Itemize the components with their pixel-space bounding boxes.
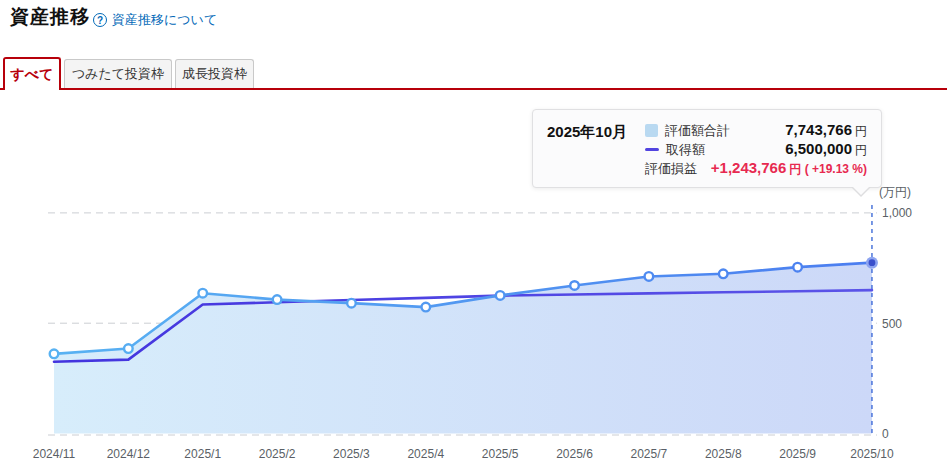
data-point-marker[interactable] (570, 281, 579, 290)
tab-underline (0, 88, 947, 90)
valuation-swatch (645, 124, 658, 137)
data-point-marker[interactable] (124, 344, 133, 353)
x-axis-labels: 2024/112024/122025/12025/22025/32025/420… (33, 447, 894, 461)
data-point-marker[interactable] (198, 289, 207, 298)
data-point-marker[interactable] (719, 269, 728, 278)
profit-loss-label: 評価損益 (645, 160, 697, 178)
x-axis-tick-label: 2025/4 (407, 447, 444, 461)
data-point-marker[interactable] (793, 263, 802, 272)
data-point-marker[interactable] (496, 291, 505, 300)
acquisition-value: 6,500,000円 (785, 140, 867, 159)
data-point-marker[interactable] (50, 350, 59, 359)
data-point-marker[interactable] (347, 299, 356, 308)
data-point-marker[interactable] (273, 295, 282, 304)
page-title: 資産推移 (10, 4, 90, 30)
x-axis-tick-label: 2025/3 (333, 447, 370, 461)
tab-all[interactable]: すべて (3, 57, 61, 90)
tab-growth-frame[interactable]: 成長投資枠 (175, 59, 254, 88)
x-axis-tick-label: 2024/12 (107, 447, 151, 461)
tooltip-pointer-arrow (851, 187, 871, 197)
help-icon: ? (93, 13, 107, 27)
y-axis-tick-label: 0 (882, 427, 889, 441)
y-axis-tick-label: 500 (882, 317, 902, 331)
data-point-marker[interactable] (422, 303, 431, 312)
y-axis-tick-label: 1,000 (882, 206, 912, 220)
valuation-label: 評価額合計 (665, 122, 730, 140)
chart-tooltip: 2025年10月 評価額合計 7,743,766円 取得額 6,500,000円… (532, 109, 882, 188)
x-axis-tick-label: 2025/7 (631, 447, 668, 461)
x-axis-tick-label: 2025/2 (259, 447, 296, 461)
tab-tsumitate-frame[interactable]: つみたて投資枠 (64, 59, 172, 88)
highlight-marker-core (869, 259, 876, 266)
profit-loss-value: +1,243,766円 ( +19.13 %) (711, 159, 867, 178)
acquisition-label: 取得額 (666, 141, 705, 159)
x-axis-tick-label: 2025/6 (556, 447, 593, 461)
data-point-marker[interactable] (645, 272, 654, 281)
about-assets-link[interactable]: ? 資産推移について (93, 11, 217, 29)
x-axis-tick-label: 2025/9 (779, 447, 816, 461)
acquisition-swatch (645, 148, 659, 151)
x-axis-tick-label: 2025/10 (850, 447, 894, 461)
tooltip-date: 2025年10月 (547, 121, 645, 178)
x-axis-tick-label: 2025/5 (482, 447, 519, 461)
about-assets-link-label: 資産推移について (112, 11, 217, 29)
x-axis-tick-label: 2025/8 (705, 447, 742, 461)
valuation-area-fill (54, 263, 872, 434)
valuation-value: 7,743,766円 (785, 121, 867, 140)
y-axis-unit-label: (万円) (879, 185, 911, 199)
x-axis-tick-label: 2024/11 (33, 447, 76, 461)
x-axis-tick-label: 2025/1 (184, 447, 221, 461)
